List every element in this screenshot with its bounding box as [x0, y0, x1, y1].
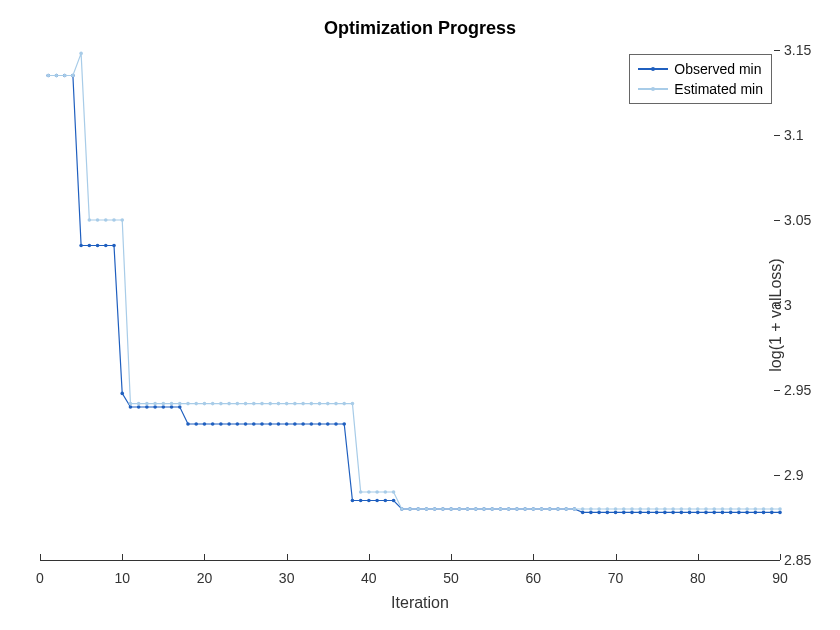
- series-marker: [277, 402, 281, 406]
- series-marker: [375, 499, 379, 503]
- series-marker: [540, 507, 544, 511]
- series-marker: [186, 422, 190, 426]
- series-marker: [46, 74, 50, 78]
- series-marker: [400, 507, 404, 511]
- series-marker: [655, 511, 659, 515]
- series-marker: [342, 402, 346, 406]
- y-tick-label: 3.1: [784, 127, 828, 143]
- series-marker: [482, 507, 486, 511]
- x-tick-mark: [616, 554, 617, 560]
- series-marker: [277, 422, 281, 426]
- series-marker: [285, 422, 289, 426]
- series-marker: [244, 402, 248, 406]
- series-marker: [375, 490, 379, 494]
- series-marker: [663, 511, 667, 515]
- series-marker: [268, 422, 272, 426]
- series-marker: [647, 511, 651, 515]
- series-marker: [301, 402, 305, 406]
- y-tick-mark: [774, 135, 780, 136]
- series-marker: [342, 422, 346, 426]
- series-marker: [104, 244, 108, 248]
- y-axis-label: log(1 + valLoss): [766, 258, 784, 371]
- legend: Observed minEstimated min: [629, 54, 772, 104]
- x-tick-label: 60: [526, 570, 542, 586]
- series-marker: [153, 405, 157, 409]
- series-marker: [104, 218, 108, 222]
- y-tick-label: 2.95: [784, 382, 828, 398]
- series-marker: [630, 507, 634, 511]
- series-marker: [712, 511, 716, 515]
- y-tick-label: 3.15: [784, 42, 828, 58]
- series-marker: [334, 422, 338, 426]
- series-marker: [647, 507, 651, 511]
- series-marker: [219, 422, 223, 426]
- chart-container: Optimization Progress 010203040506070809…: [0, 0, 840, 630]
- y-tick-mark: [774, 50, 780, 51]
- series-marker: [384, 490, 388, 494]
- series-marker: [745, 507, 749, 511]
- series-marker: [704, 511, 708, 515]
- series-marker: [71, 74, 75, 78]
- series-marker: [63, 74, 67, 78]
- series-marker: [597, 511, 601, 515]
- series-marker: [96, 244, 100, 248]
- series-marker: [704, 507, 708, 511]
- series-marker: [589, 511, 593, 515]
- series-marker: [88, 244, 92, 248]
- series-marker: [236, 402, 240, 406]
- series-marker: [162, 405, 166, 409]
- series-marker: [688, 511, 692, 515]
- series-marker: [532, 507, 536, 511]
- series-marker: [170, 402, 174, 406]
- series-marker: [630, 511, 634, 515]
- series-marker: [614, 507, 618, 511]
- series-marker: [129, 402, 133, 406]
- series-marker: [145, 402, 149, 406]
- series-marker: [737, 511, 741, 515]
- series-marker: [737, 507, 741, 511]
- series-marker: [137, 402, 141, 406]
- series-marker: [367, 490, 371, 494]
- series-marker: [137, 405, 141, 409]
- series-marker: [778, 511, 782, 515]
- series-marker: [499, 507, 503, 511]
- series-marker: [211, 402, 215, 406]
- series-marker: [178, 402, 182, 406]
- series-marker: [359, 499, 363, 503]
- series-marker: [236, 422, 240, 426]
- series-marker: [474, 507, 478, 511]
- series-marker: [219, 402, 223, 406]
- series-marker: [564, 507, 568, 511]
- series-marker: [318, 402, 322, 406]
- series-marker: [425, 507, 429, 511]
- series-marker: [556, 507, 560, 511]
- series-marker: [120, 392, 124, 396]
- series-marker: [433, 507, 437, 511]
- series-marker: [186, 402, 190, 406]
- series-marker: [260, 402, 264, 406]
- series-marker: [112, 218, 116, 222]
- series-marker: [712, 507, 716, 511]
- legend-label: Observed min: [674, 61, 761, 77]
- x-tick-label: 40: [361, 570, 377, 586]
- series-marker: [606, 511, 610, 515]
- x-tick-label: 0: [36, 570, 44, 586]
- series-marker: [318, 422, 322, 426]
- series-marker: [384, 499, 388, 503]
- series-marker: [441, 507, 445, 511]
- series-marker: [597, 507, 601, 511]
- series-marker: [466, 507, 470, 511]
- series-marker: [548, 507, 552, 511]
- series-marker: [260, 422, 264, 426]
- series-marker: [252, 422, 256, 426]
- series-marker: [581, 511, 585, 515]
- series-marker: [194, 402, 198, 406]
- series-marker: [211, 422, 215, 426]
- y-tick-mark: [774, 560, 780, 561]
- x-tick-mark: [204, 554, 205, 560]
- series-marker: [96, 218, 100, 222]
- series-marker: [589, 507, 593, 511]
- series-marker: [194, 422, 198, 426]
- x-tick-label: 20: [197, 570, 213, 586]
- series-marker: [301, 422, 305, 426]
